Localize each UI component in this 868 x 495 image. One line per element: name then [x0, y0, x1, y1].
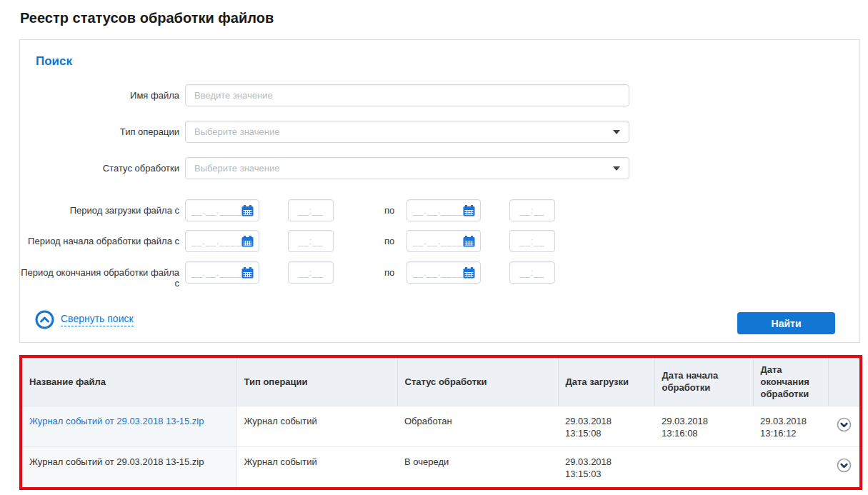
cell-file-name: Журнал событий от 29.03.2018 13-15.zip [22, 446, 236, 487]
range-to-label: по [384, 199, 396, 221]
date-mask: __.__.____ [413, 268, 463, 278]
table-header-row: Название файла Тип операции Статус обраб… [22, 358, 859, 406]
time-mask: __:__ [519, 268, 544, 278]
upload-period-label: Период загрузки файла с [20, 199, 179, 216]
header-start-date: Дата начала обработки [654, 358, 753, 406]
file-link[interactable]: Журнал событий от 29.03.2018 13-15.zip [29, 416, 204, 426]
time-mask: __:__ [298, 206, 323, 216]
time-mask: __:__ [519, 236, 544, 246]
upload-period-from-time-input[interactable]: __:__ [288, 199, 334, 221]
results-table-highlight: Название файла Тип операции Статус обраб… [19, 355, 862, 490]
results-table: Название файла Тип операции Статус обраб… [22, 358, 859, 487]
chevron-up-circle-icon[interactable] [35, 310, 54, 329]
chevron-down-icon [613, 130, 620, 134]
calendar-icon[interactable] [241, 236, 254, 247]
table-row: Журнал событий от 29.03.2018 13-15.zip Ж… [22, 406, 859, 446]
operation-type-placeholder: Выберите значение [194, 126, 279, 137]
start-period-from-date-input[interactable]: __.__.____ [185, 230, 259, 252]
header-operation-type: Тип операции [236, 358, 397, 406]
cell-operation-type: Журнал событий [236, 446, 397, 487]
end-period-label: Период окончания обработки файла с [20, 261, 179, 289]
calendar-icon[interactable] [463, 205, 475, 216]
collapse-search-link[interactable]: Свернуть поиск [61, 313, 134, 326]
time-mask: __:__ [519, 206, 544, 216]
cell-expand [828, 406, 859, 446]
search-form: Имя файла Тип операции Выберите значение… [20, 84, 859, 289]
date-mask: __.__.____ [191, 236, 241, 246]
upload-period-from-date-input[interactable]: __.__.____ [185, 199, 259, 221]
date-mask: __.__.____ [413, 236, 463, 246]
upload-period-to-time-input[interactable]: __:__ [509, 199, 555, 221]
range-to-label: по [384, 230, 396, 252]
cell-start-date: 29.03.2018 13:16:08 [654, 406, 753, 446]
time-mask: __:__ [298, 236, 323, 246]
cell-upload-date: 29.03.2018 13:15:08 [558, 406, 654, 446]
start-period-to-date-input[interactable]: __.__.____ [406, 230, 481, 252]
cell-status: В очереди [397, 446, 558, 487]
start-period-to-time-input[interactable]: __:__ [509, 230, 555, 252]
start-period-label: Период начала обработки файла с [20, 230, 179, 246]
operation-type-label: Тип операции [20, 121, 179, 137]
start-period-from-time-input[interactable]: __:__ [288, 230, 334, 252]
chevron-down-icon [613, 166, 620, 171]
header-file-name: Название файла [22, 358, 236, 406]
calendar-icon[interactable] [463, 267, 475, 279]
date-mask: __.__.____ [413, 206, 463, 216]
time-mask: __:__ [298, 268, 323, 278]
processing-status-label: Статус обработки [20, 157, 179, 174]
date-mask: __.__.____ [191, 268, 241, 278]
cell-upload-date: 29.03.2018 13:15:03 [558, 446, 654, 487]
file-name-input[interactable] [185, 84, 629, 106]
calendar-icon[interactable] [241, 267, 254, 279]
form-row-file-name: Имя файла [20, 84, 859, 106]
cell-end-date: 29.03.2018 13:16:12 [753, 406, 828, 446]
range-to-label: по [384, 261, 396, 284]
table-row: Журнал событий от 29.03.2018 13-15.zip Ж… [22, 446, 859, 487]
upload-period-to-date-input[interactable]: __.__.____ [406, 199, 481, 221]
chevron-down-circle-icon[interactable] [837, 458, 852, 473]
file-name-text: Журнал событий от 29.03.2018 13-15.zip [29, 456, 204, 467]
form-row-upload-period: Период загрузки файла с __.__.____ __:__… [20, 199, 859, 221]
end-period-from-date-input[interactable]: __.__.____ [185, 261, 259, 284]
collapse-search-control[interactable]: Свернуть поиск [35, 310, 134, 329]
form-row-operation-type: Тип операции Выберите значение [20, 121, 859, 143]
search-button[interactable]: Найти [737, 312, 835, 334]
page-title: Реестр статусов обработки файлов [20, 10, 274, 26]
processing-status-placeholder: Выберите значение [194, 163, 279, 174]
processing-status-select[interactable]: Выберите значение [185, 157, 629, 179]
operation-type-select[interactable]: Выберите значение [185, 121, 629, 143]
form-row-start-period: Период начала обработки файла с __.__.__… [20, 230, 859, 252]
cell-status: Обработан [397, 406, 558, 446]
end-period-to-time-input[interactable]: __:__ [509, 261, 555, 284]
end-period-to-date-input[interactable]: __.__.____ [406, 261, 481, 284]
cell-start-date [654, 446, 753, 487]
form-row-end-period: Период окончания обработки файла с __.__… [20, 261, 859, 289]
calendar-icon[interactable] [463, 236, 475, 247]
header-actions [828, 358, 859, 406]
cell-operation-type: Журнал событий [236, 406, 397, 446]
header-status: Статус обработки [397, 358, 558, 406]
cell-expand [828, 446, 859, 487]
date-mask: __.__.____ [191, 206, 241, 216]
header-upload-date: Дата загрузки [558, 358, 654, 406]
search-panel: Поиск Имя файла Тип операции Выберите зн… [19, 39, 860, 343]
chevron-down-circle-icon[interactable] [837, 417, 852, 432]
search-panel-title: Поиск [36, 54, 72, 69]
end-period-from-time-input[interactable]: __:__ [288, 261, 334, 284]
cell-end-date [753, 446, 828, 487]
calendar-icon[interactable] [241, 205, 254, 216]
header-end-date: Дата окончания обработки [753, 358, 828, 406]
form-row-processing-status: Статус обработки Выберите значение [20, 157, 859, 179]
cell-file-name: Журнал событий от 29.03.2018 13-15.zip [22, 406, 236, 446]
file-name-label: Имя файла [20, 84, 179, 101]
